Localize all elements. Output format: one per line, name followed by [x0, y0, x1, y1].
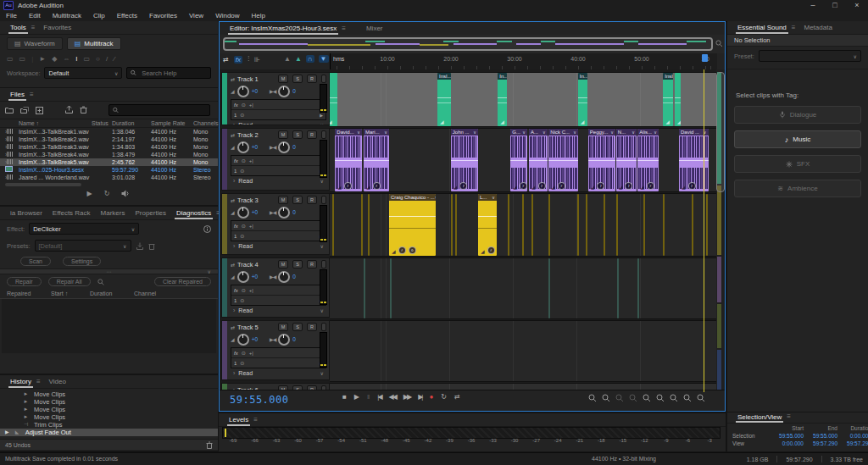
- waveform-view-button[interactable]: ▤ Waveform: [7, 37, 63, 50]
- delete-preset-icon[interactable]: [148, 242, 155, 250]
- settings-button[interactable]: Settings: [63, 257, 101, 266]
- clip-automation-badge-icon[interactable]: f: [344, 182, 352, 190]
- tag-sfx-button[interactable]: SFX: [734, 155, 861, 173]
- monitor-input-button[interactable]: [321, 323, 326, 331]
- audio-clip[interactable]: [616, 194, 618, 256]
- track-lane-1[interactable]: ◢InsI...∨ ◢In...∨ ◢In...∨ ◢InsI...∨ ◢: [330, 72, 716, 127]
- input-power-icon[interactable]: ⊙: [240, 233, 244, 239]
- search-icon[interactable]: [97, 279, 104, 285]
- pan-knob[interactable]: [278, 86, 290, 97]
- volume-knob[interactable]: [237, 141, 249, 153]
- history-item[interactable]: ► Move Clips: [0, 398, 218, 406]
- trash-icon[interactable]: [80, 106, 87, 114]
- audio-clip[interactable]: [522, 194, 524, 256]
- clip-menu-chevron-icon[interactable]: ∨: [522, 130, 526, 135]
- tracks-vertical-scrollbar[interactable]: [716, 69, 724, 392]
- automation-mode-chevron-icon[interactable]: ∨: [320, 307, 324, 313]
- file-row[interactable]: › InsImX...3-TalkBreak2.wav 2:14.197 441…: [0, 136, 218, 143]
- file-row[interactable]: › Jaared ... Wonderland.wav 3:01.028 441…: [0, 174, 218, 181]
- fx-pre-post-icon[interactable]: +|: [249, 102, 253, 108]
- mute-button[interactable]: M: [278, 260, 288, 268]
- tab-selection-view[interactable]: Selection/View: [732, 413, 787, 423]
- audio-clip[interactable]: [361, 194, 363, 256]
- audio-clip[interactable]: [451, 194, 453, 256]
- editor-panel-menu-icon[interactable]: ≡: [342, 25, 349, 35]
- menu-edit[interactable]: Edit: [23, 11, 47, 21]
- audio-clip[interactable]: [577, 194, 579, 256]
- tab-favorites[interactable]: Favorites: [38, 24, 76, 34]
- automation-mode-chevron-icon[interactable]: ∨: [320, 122, 324, 125]
- pause-button[interactable]: ‖: [367, 393, 370, 401]
- clip-menu-chevron-icon[interactable]: ∨: [654, 130, 657, 135]
- solo-button[interactable]: S: [292, 323, 303, 331]
- track-name[interactable]: Track 5: [237, 324, 259, 331]
- audio-clip[interactable]: InsI...∨ ◢: [663, 73, 673, 126]
- audio-clip[interactable]: [692, 194, 693, 256]
- menu-file[interactable]: File: [0, 11, 23, 21]
- audio-clip[interactable]: [390, 258, 392, 318]
- track-lane-5[interactable]: [330, 320, 716, 382]
- track-name[interactable]: Track 4: [237, 261, 259, 268]
- track-header-4[interactable]: ⇄ Track 4 M S R ◢ +0 ▶◀ 0: [221, 257, 330, 318]
- clip-automation-badge-icon[interactable]: f: [398, 246, 406, 254]
- file-row[interactable]: InsImX...025-Hour3.sesx 59:57.290 44100 …: [0, 166, 218, 174]
- mute-button[interactable]: M: [278, 130, 288, 139]
- audio-clip[interactable]: [617, 258, 619, 318]
- overview-zoom-icon[interactable]: [715, 40, 723, 47]
- audio-clip[interactable]: John ...∨ ◢f: [451, 129, 478, 191]
- audio-clip[interactable]: [364, 258, 365, 318]
- clip-menu-chevron-icon[interactable]: ∨: [573, 130, 576, 135]
- input-power-icon[interactable]: ⊙: [240, 297, 244, 303]
- repairs-table-header[interactable]: RepairedStart ↑DurationChannel: [0, 289, 218, 299]
- clip-gain-ramp-icon[interactable]: ◢: [453, 185, 458, 190]
- audio-clip[interactable]: [637, 258, 639, 318]
- maximize-button[interactable]: □: [824, 0, 846, 11]
- files-panel-menu-icon[interactable]: ≡: [30, 91, 37, 101]
- audio-clip[interactable]: [586, 194, 587, 256]
- export-icon[interactable]: [64, 106, 74, 114]
- spectral-selection-tool-icon[interactable]: ▭: [19, 55, 26, 63]
- sends-expand-icon[interactable]: ▶: [320, 113, 323, 118]
- clip-gain-ramp-icon[interactable]: ◢: [677, 119, 681, 125]
- pan-knob[interactable]: [278, 141, 290, 153]
- volume-knob[interactable]: [237, 271, 249, 283]
- vertical-scrollbar-thumb[interactable]: [716, 72, 725, 192]
- snap-toggle-icon[interactable]: ▲: [284, 55, 291, 63]
- tab-metadata[interactable]: Metadata: [799, 24, 837, 34]
- stop-button[interactable]: ■: [342, 393, 347, 401]
- files-search-input[interactable]: [122, 106, 206, 115]
- automation-expand-icon[interactable]: ›: [233, 122, 235, 125]
- monitor-input-button[interactable]: [321, 196, 326, 204]
- pan-knob[interactable]: [278, 271, 290, 283]
- tab-tools[interactable]: Tools: [5, 24, 31, 34]
- slip-tool-icon[interactable]: ⇔: [63, 55, 70, 63]
- automation-mode[interactable]: Read: [238, 307, 253, 313]
- zoom-in-amplitude-button[interactable]: [615, 394, 624, 402]
- search-help-input[interactable]: [140, 69, 207, 78]
- clip-stretch-badge-icon[interactable]: ↻: [409, 246, 416, 254]
- clip-gain-ramp-icon[interactable]: ◢: [665, 119, 670, 125]
- record-arm-button[interactable]: R: [307, 260, 317, 268]
- workspace-dropdown[interactable]: Default∨: [44, 67, 122, 79]
- history-item[interactable]: ▶ ◣ Adjust Fade Out: [0, 429, 218, 436]
- fx-icon[interactable]: fx: [234, 224, 238, 229]
- clip-gain-ramp-icon[interactable]: ◢: [640, 185, 644, 190]
- pan-knob[interactable]: [278, 207, 290, 219]
- record-arm-button[interactable]: R: [307, 323, 317, 331]
- record-arm-button[interactable]: R: [307, 130, 317, 139]
- mute-button[interactable]: M: [278, 196, 288, 204]
- track-header-1[interactable]: ⇄ Track 1 M S R ◢ +0 ▶◀ 0: [221, 72, 330, 125]
- save-preset-icon[interactable]: [136, 242, 144, 250]
- menu-window[interactable]: Window: [209, 11, 245, 21]
- clip-gain-ramp-icon[interactable]: ◢: [481, 249, 485, 254]
- marker-pin-icon[interactable]: ▼: [319, 55, 329, 63]
- tools-panel-menu-icon[interactable]: ≡: [31, 24, 39, 34]
- automation-expand-icon[interactable]: ›: [233, 178, 235, 184]
- fx-icon[interactable]: fx: [234, 288, 238, 293]
- clip-gain-ramp-icon[interactable]: ◢: [551, 185, 555, 190]
- clip-gain-ramp-icon[interactable]: ◢: [440, 119, 444, 125]
- close-button[interactable]: ×: [846, 0, 868, 11]
- repairs-col-0[interactable]: Repaired: [7, 291, 51, 296]
- audio-clip[interactable]: [368, 194, 370, 256]
- tab-markers[interactable]: Markers: [96, 209, 131, 219]
